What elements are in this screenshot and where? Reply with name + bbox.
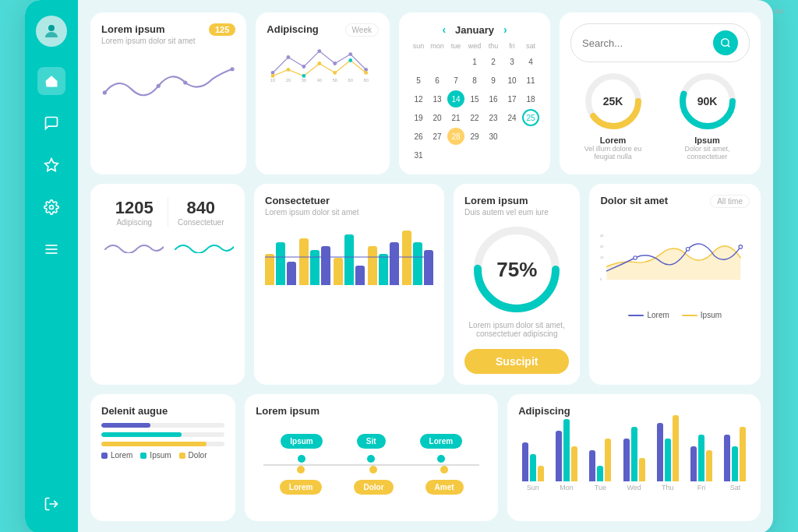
star-icon[interactable] [37, 151, 65, 179]
avatar-icon[interactable] [36, 16, 67, 47]
svg-point-16 [334, 62, 337, 65]
home-icon[interactable] [37, 67, 65, 95]
menu-icon[interactable] [37, 235, 65, 263]
tag-amet: Amet [425, 480, 464, 495]
progress-bars [101, 423, 224, 446]
bar-fri-3 [706, 450, 712, 481]
svg-text:10: 10 [270, 78, 275, 83]
cal-day-outlined[interactable]: 25 [522, 109, 539, 126]
legend-pb-dolor-dot [179, 453, 185, 459]
cal-day[interactable]: 9 [485, 72, 502, 89]
adipiscing2-card: Adipiscing Sun [507, 394, 761, 521]
chat-icon[interactable] [37, 109, 65, 137]
legend-pb-ipsum-label: Ipsum [150, 451, 171, 460]
bar-thu-1 [657, 423, 663, 481]
donut1-sublabel: Vel illum dolore eu feugiat nulla [582, 145, 644, 160]
squiggle-1 [101, 238, 164, 253]
bar-mon-2 [563, 419, 570, 481]
all-time-button[interactable]: All time [710, 195, 750, 208]
dolor-legend: Lorem Ipsum [600, 311, 750, 319]
svg-point-21 [302, 74, 306, 78]
svg-point-33 [722, 39, 729, 46]
label-mon: Mon [560, 484, 574, 491]
cal-day[interactable]: 5 [410, 72, 427, 89]
cal-day[interactable]: 27 [429, 128, 446, 145]
tag-ipsum: Ipsum [281, 434, 322, 449]
grouped-bar-chart: Sun Mon [518, 425, 750, 495]
cal-day[interactable]: 15 [466, 90, 483, 107]
cal-day[interactable]: 24 [503, 109, 521, 126]
tl-dot-5 [369, 466, 377, 474]
cal-day[interactable]: 1 [466, 53, 483, 70]
cal-day[interactable]: 10 [503, 72, 521, 89]
svg-text:40: 40 [600, 234, 604, 238]
suscipit-button[interactable]: Suscipit [464, 349, 569, 374]
search-button[interactable] [713, 30, 738, 55]
svg-text:40: 40 [317, 78, 322, 83]
cal-day[interactable]: 20 [429, 109, 446, 126]
legend-pb-dolor: Dolor [179, 451, 207, 460]
cal-day[interactable]: 13 [429, 90, 446, 107]
cal-day[interactable]: 19 [410, 109, 427, 126]
cal-next[interactable]: › [503, 23, 507, 36]
search-bar[interactable] [570, 23, 750, 62]
cal-day-highlighted[interactable]: 28 [447, 128, 464, 145]
svg-point-0 [48, 25, 55, 31]
bar-fri-1 [690, 446, 697, 481]
bar-tue-1 [589, 450, 595, 481]
cal-day[interactable]: 17 [503, 90, 521, 107]
week-button[interactable]: Week [345, 23, 379, 37]
cal-day[interactable]: 12 [410, 90, 427, 107]
cal-prev[interactable]: ‹ [442, 23, 446, 36]
squiggle-2 [171, 238, 234, 253]
pb-lorem-bar [101, 423, 150, 428]
timeline-title: Lorem ipsum [256, 405, 487, 417]
legend-pb-lorem-dot [101, 453, 108, 459]
dashboard: Lorem ipsum Lorem ipsum dolor sit amet 1… [25, 0, 773, 532]
svg-point-11 [230, 67, 234, 71]
bar-wed-2 [631, 427, 637, 481]
bar-sat-1 [724, 435, 730, 481]
cal-day-today[interactable]: 14 [447, 90, 464, 107]
tag-lorem-top: Lorem [420, 434, 463, 449]
bar-sun-3 [538, 466, 544, 481]
tl-dot-4 [297, 466, 305, 474]
logout-icon[interactable] [37, 490, 65, 518]
progress-title: Lorem ipsum [464, 195, 569, 206]
cal-day[interactable]: 30 [485, 128, 502, 145]
pb-lorem [101, 423, 224, 428]
bar-sat-3 [740, 427, 746, 481]
legend-pb-lorem-label: Lorem [111, 451, 132, 460]
cal-day[interactable]: 16 [485, 90, 502, 107]
stat-value-1: 1205 [101, 198, 168, 218]
cal-day[interactable]: 31 [410, 146, 427, 164]
tl-dot-2 [367, 455, 375, 463]
cal-day[interactable]: 3 [503, 53, 521, 70]
cal-day[interactable]: 26 [410, 128, 427, 145]
legend-lorem: Lorem [628, 311, 669, 319]
cal-day[interactable]: 29 [466, 128, 483, 145]
cal-day[interactable]: 4 [522, 53, 539, 70]
cal-day[interactable]: 7 [447, 72, 464, 89]
cal-day[interactable]: 8 [466, 72, 483, 89]
bar-tue-2 [597, 466, 603, 481]
bar-sun-2 [530, 454, 536, 481]
cal-day[interactable]: 21 [447, 109, 464, 126]
cal-day[interactable]: 22 [466, 109, 483, 126]
svg-point-20 [287, 68, 291, 72]
cal-day[interactable]: 11 [522, 72, 539, 89]
label-sat: Sat [730, 484, 741, 491]
svg-point-10 [183, 80, 187, 84]
tag-sit: Sit [357, 434, 386, 449]
adipiscing-card: Adipiscing Week [256, 12, 390, 174]
search-input[interactable] [582, 37, 713, 49]
cal-day[interactable]: 18 [522, 90, 539, 107]
cal-day[interactable]: 23 [485, 109, 502, 126]
settings-icon[interactable] [37, 193, 65, 221]
donut2-label: Ipsum [694, 136, 719, 145]
row-3: Delenit augue Lorem [90, 394, 761, 521]
donut2-sublabel: Dolor sit amet, consectetuer [676, 145, 739, 160]
cal-day[interactable]: 2 [485, 53, 502, 70]
tl-dot-3 [437, 455, 445, 463]
cal-day[interactable]: 6 [429, 72, 446, 89]
